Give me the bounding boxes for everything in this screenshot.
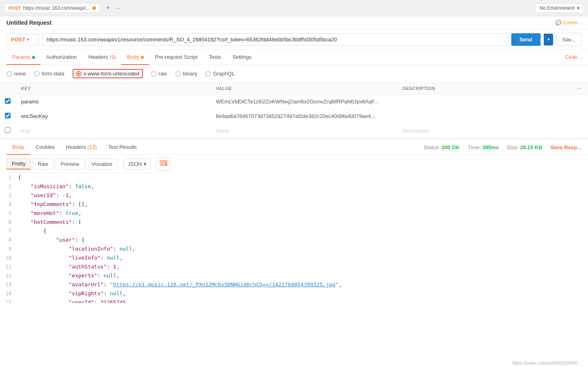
body-type-none[interactable]: none bbox=[6, 71, 26, 77]
kv-header-more: ··· bbox=[572, 83, 588, 94]
status-label: Status: bbox=[424, 144, 442, 150]
row3-value-placeholder: Value bbox=[216, 128, 229, 134]
comm-label: Comm... bbox=[563, 20, 582, 26]
status-value: 200 OK bbox=[442, 144, 460, 150]
format-selector[interactable]: JSON ▾ bbox=[123, 159, 151, 170]
response-toolbar: Pretty Raw Preview Visualize JSON ▾ bbox=[0, 155, 588, 173]
resp-headers-count: (13) bbox=[87, 144, 97, 150]
tab-method: POST bbox=[9, 6, 21, 11]
code-line-9: 9 "locationInfo": null, bbox=[0, 245, 588, 253]
code-line-2: 2 "isMusician": false, bbox=[0, 182, 588, 191]
row1-checkbox[interactable] bbox=[5, 98, 11, 104]
env-selector[interactable]: No Environment ▾ bbox=[535, 3, 584, 13]
tab-settings[interactable]: Settings bbox=[227, 50, 257, 65]
body-type-raw[interactable]: raw bbox=[151, 71, 167, 77]
code-line-11: 11 "authStatus": 1, bbox=[0, 262, 588, 271]
view-pretty-button[interactable]: Pretty bbox=[6, 158, 31, 170]
row3-key-placeholder: Key bbox=[21, 128, 30, 134]
response-status: Status: 200 OK Time: 385ms Size: 28.15 K… bbox=[424, 144, 582, 150]
radio-graphql bbox=[205, 71, 211, 77]
row3-desc-placeholder: Description bbox=[403, 128, 429, 134]
headers-count: (9) bbox=[110, 54, 116, 60]
cookies-link[interactable]: Cooki... bbox=[565, 54, 582, 60]
format-label: JSON bbox=[128, 161, 142, 167]
svg-rect-0 bbox=[159, 161, 168, 161]
row1-key: params bbox=[21, 99, 39, 105]
body-type-urlencoded[interactable]: x-www-form-urlencoded bbox=[73, 69, 143, 78]
env-label: No Environment bbox=[540, 5, 575, 11]
radio-urlencoded bbox=[76, 71, 82, 77]
code-line-5: 5 "moreHot": true, bbox=[0, 209, 588, 218]
code-line-15: 15 "userId": 31265745, bbox=[0, 298, 588, 303]
params-dot bbox=[32, 56, 35, 59]
comm-button[interactable]: 💬 Comm... bbox=[556, 20, 582, 26]
format-arrow-icon: ▾ bbox=[144, 161, 146, 167]
kv-header-key: KEY bbox=[16, 83, 211, 94]
resp-tab-body[interactable]: Body bbox=[6, 140, 30, 155]
time-value: 385ms bbox=[482, 144, 498, 150]
url-input[interactable] bbox=[42, 33, 508, 46]
table-row: encSecKey 8e9ad6a76467073d73452d27497af2… bbox=[0, 109, 588, 124]
view-visualize-button[interactable]: Visualize bbox=[86, 159, 118, 170]
more-tabs-button[interactable]: ··· bbox=[116, 5, 121, 11]
body-type-binary[interactable]: binary bbox=[175, 71, 197, 77]
radio-binary bbox=[175, 71, 181, 77]
row2-value: 8e9ad6a76467073d73452d27497af2de382c20ec… bbox=[216, 113, 375, 119]
code-line-8: 8 "user": { bbox=[0, 236, 588, 245]
table-row: params WEmLVbEilCTe1z6i2ZoKWNwjZIam6x2Gc… bbox=[0, 94, 588, 109]
tab-body[interactable]: Body bbox=[121, 50, 149, 65]
tab-prerequest[interactable]: Pre-request Script bbox=[149, 50, 203, 65]
add-tab-button[interactable]: + bbox=[103, 4, 113, 12]
tab-dot bbox=[93, 6, 96, 10]
radio-raw bbox=[151, 71, 157, 77]
size-label: Size: bbox=[507, 144, 520, 150]
save-response-button[interactable]: Save Resp... bbox=[550, 144, 582, 150]
wrap-button[interactable] bbox=[156, 157, 171, 170]
method-selector[interactable]: POST ▾ bbox=[6, 34, 39, 45]
resp-tab-headers[interactable]: Headers (13) bbox=[60, 140, 103, 155]
row1-value: WEmLVbEilCTe1z6i2ZoKWNwjZIam6x2GcmvZrq6l… bbox=[216, 99, 379, 105]
tab-url: https://music.163.com/weapi/... bbox=[23, 5, 90, 11]
tab-tests[interactable]: Tests bbox=[203, 50, 227, 65]
body-type-graphql[interactable]: GraphQL bbox=[205, 71, 235, 77]
code-view: 1 { 2 "isMusician": false, 3 "userId": -… bbox=[0, 173, 588, 303]
svg-rect-1 bbox=[159, 163, 165, 163]
kv-header-value: VALUE bbox=[211, 83, 398, 94]
code-line-14: 14 "vipRights": null, bbox=[0, 289, 588, 298]
view-raw-button[interactable]: Raw bbox=[32, 159, 54, 170]
send-arrow-button[interactable]: ▾ bbox=[544, 34, 553, 45]
current-tab[interactable]: POST https://music.163.com/weapi/... bbox=[4, 3, 100, 13]
view-preview-button[interactable]: Preview bbox=[55, 159, 84, 170]
save-button[interactable]: Sav... bbox=[556, 33, 582, 46]
code-line-12: 12 "experts": null, bbox=[0, 271, 588, 280]
svg-rect-2 bbox=[159, 165, 168, 165]
avatar-url-link[interactable]: https://p1.music.126.net/_PXn1ZMcbv5DNHG… bbox=[113, 281, 336, 288]
code-line-4: 4 "topComments": [], bbox=[0, 200, 588, 209]
body-type-formdata[interactable]: form-data bbox=[34, 71, 65, 77]
tab-authorization[interactable]: Authorization bbox=[41, 50, 83, 65]
resp-tab-testresults[interactable]: Test Results bbox=[102, 140, 142, 155]
send-button[interactable]: Send bbox=[511, 33, 541, 46]
wrap-icon bbox=[159, 160, 168, 166]
kv-table-container: KEY VALUE DESCRIPTION ··· params WEmLVbE… bbox=[0, 83, 588, 138]
code-line-3: 3 "userId": -1, bbox=[0, 191, 588, 200]
kv-header-desc: DESCRIPTION bbox=[398, 83, 572, 94]
table-row: Key Value Description bbox=[0, 124, 588, 138]
resp-tab-cookies[interactable]: Cookies bbox=[30, 140, 60, 155]
row2-checkbox[interactable] bbox=[5, 113, 11, 118]
method-label: POST bbox=[11, 36, 25, 43]
kv-header-check bbox=[0, 83, 16, 94]
tab-headers[interactable]: Headers (9) bbox=[83, 50, 121, 65]
row3-checkbox[interactable] bbox=[5, 127, 11, 133]
chat-icon: 💬 bbox=[556, 20, 562, 26]
response-header: Body Cookies Headers (13) Test Results S… bbox=[0, 139, 588, 155]
code-line-7: 7 { bbox=[0, 227, 588, 236]
code-line-13: 13 "avatarUrl": "https://p1.music.126.ne… bbox=[0, 280, 588, 289]
size-value: 28.15 KB bbox=[520, 144, 542, 150]
tab-params[interactable]: Params bbox=[6, 50, 41, 65]
time-label: Time: bbox=[468, 144, 482, 150]
chevron-down-icon: ▾ bbox=[577, 5, 579, 11]
request-title: Untitled Request bbox=[6, 19, 52, 26]
request-tabs: Params Authorization Headers (9) Body Pr… bbox=[0, 50, 588, 65]
method-arrow-icon: ▾ bbox=[27, 37, 29, 42]
